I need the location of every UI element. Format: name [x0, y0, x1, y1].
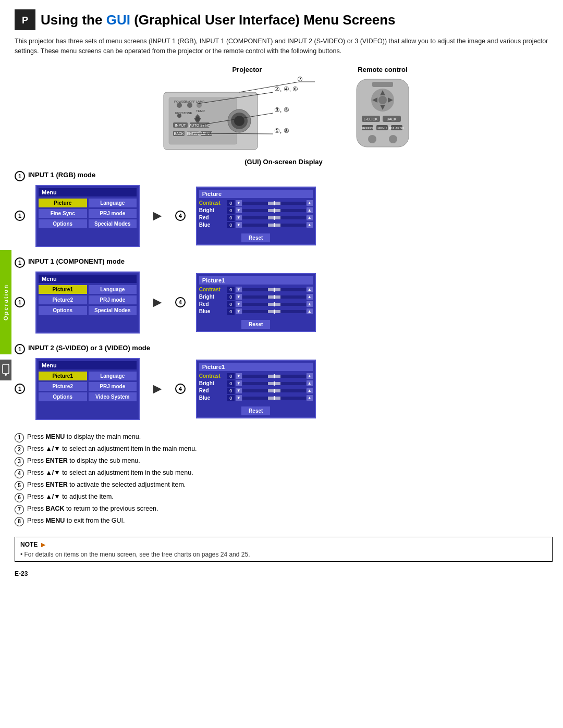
gui-display-label: (GUI) On-screen Display [15, 158, 553, 166]
note-arrow-icon: ► [40, 540, 47, 549]
mode-sv-screens: 1 Menu Picture1 Language Picture2 PRJ mo… [15, 358, 553, 420]
projector-section: Projector POWER ON/OFF LAMP TEMP. KEYSTO… [153, 66, 341, 155]
arrow-sv: ► [150, 380, 165, 397]
instr-text-3: Press ENTER to display the sub menu. [27, 456, 553, 466]
svg-text:ON/OFF: ON/OFF [183, 100, 195, 103]
picture-row-rgb-0: Contrast 0 ▼ ▲ [199, 200, 313, 206]
menu-item-sv-0: Picture1 [39, 372, 87, 380]
row-val-sv-1: 0 [227, 380, 235, 387]
menu-item-sv-2: Picture2 [39, 382, 87, 391]
row-val-rgb-1: 0 [227, 207, 235, 214]
hardware-diagram: Projector POWER ON/OFF LAMP TEMP. KEYSTO… [15, 66, 553, 155]
projector-label: Projector [232, 66, 262, 73]
row-ctrl-rgb-3: ▼ ▲ [236, 222, 313, 228]
picture-header-sv: Picture1 [199, 363, 313, 371]
menu-item-comp-2: Picture2 [39, 295, 87, 304]
picture-row-sv-3: Blue 0 ▼ ▲ [199, 395, 313, 401]
picture-row-sv-1: Bright 0 ▼ ▲ [199, 380, 313, 387]
mode-comp-left-num: 1 [15, 297, 25, 307]
instr-num-8: 8 [15, 517, 24, 526]
svg-text:ENLARGE: ENLARGE [389, 127, 405, 130]
picture-header-rgb: Picture [199, 190, 313, 198]
instr-text-7: Press BACK to return to the previous scr… [27, 504, 553, 514]
reset-btn-comp[interactable]: Reset [241, 320, 270, 329]
svg-text:INPUT: INPUT [175, 124, 187, 127]
row-val-comp-1: 0 [227, 294, 235, 300]
menu-header-comp: Menu [39, 275, 137, 283]
page-number: E-23 [15, 570, 553, 577]
side-tab-label: Operation [3, 284, 9, 320]
picture-row-rgb-2: Red 0 ▼ ▲ [199, 215, 313, 221]
menu-item-rgb-4: Options [39, 219, 87, 228]
ctrl-down-rgb-0[interactable]: ▼ [236, 200, 242, 206]
svg-text:L-CLICK: L-CLICK [364, 117, 378, 121]
row-label-comp-3: Blue [199, 309, 226, 314]
svg-point-19 [195, 117, 200, 121]
picture-screen-sv: Picture1 Contrast 0 ▼ ▲ Bright 0 [196, 360, 316, 418]
ctrl-down-rgb-3[interactable]: ▼ [236, 222, 242, 228]
row-val-rgb-0: 0 [227, 200, 235, 206]
picture-row-comp-3: Blue 0 ▼ ▲ [199, 309, 313, 315]
row-label-comp-2: Red [199, 301, 226, 307]
ctrl-up-rgb-3[interactable]: ▲ [307, 222, 313, 228]
mode-sv-left-num: 1 [15, 384, 25, 394]
title-row: P Using the GUI (Graphical User Interfac… [15, 9, 553, 30]
instr-num-1: 1 [15, 433, 24, 442]
ctrl-up-rgb-0[interactable]: ▲ [307, 200, 313, 206]
instr-num-6: 6 [15, 493, 24, 502]
row-label-comp-0: Contrast [199, 287, 226, 292]
row-ctrl-comp-3: ▼ ▲ [236, 309, 313, 314]
svg-text:②, ④, ⑥: ②, ④, ⑥ [274, 85, 298, 93]
arrow-rgb: ► [150, 207, 165, 224]
instr-text-6: Press ▲/▼ to adjust the item. [27, 492, 553, 502]
instr-2: 2 Press ▲/▼ to select an adjustment item… [15, 445, 553, 454]
side-operation-tab: Operation [0, 250, 11, 354]
svg-text:FREEZE: FREEZE [361, 127, 374, 130]
projector-svg: POWER ON/OFF LAMP TEMP. KEYSTONE INPUT A… [153, 77, 341, 155]
mode-comp-right-num: 4 [175, 297, 186, 307]
svg-text:BACK: BACK [386, 117, 396, 121]
svg-text:P: P [22, 15, 28, 26]
menu-item-sv-1: Language [89, 372, 137, 380]
svg-rect-43 [372, 82, 393, 87]
instr-text-8: Press MENU to exit from the GUI. [27, 516, 553, 526]
row-ctrl-sv-3: ▼ ▲ [236, 395, 313, 401]
instr-num-2: 2 [15, 445, 24, 454]
svg-point-1 [5, 374, 7, 376]
row-ctrl-sv-0: ▼ ▲ [236, 373, 313, 379]
row-ctrl-comp-0: ▼ ▲ [236, 287, 313, 292]
row-label-sv-0: Contrast [199, 373, 226, 379]
ctrl-bar-rgb-0 [242, 202, 306, 205]
ctrl-up-rgb-1[interactable]: ▲ [307, 207, 313, 213]
note-header: NOTE ► [20, 540, 547, 549]
picture-row-comp-2: Red 0 ▼ ▲ [199, 301, 313, 307]
ctrl-down-rgb-2[interactable]: ▼ [236, 215, 242, 220]
row-ctrl-rgb-0: ▼ ▲ [236, 200, 313, 206]
row-val-sv-2: 0 [227, 388, 235, 394]
row-label-rgb-3: Blue [199, 222, 226, 228]
reset-btn-rgb[interactable]: Reset [241, 233, 270, 242]
svg-point-60 [368, 135, 376, 143]
svg-text:MENU: MENU [377, 127, 387, 130]
menu-item-sv-3: PRJ mode [89, 382, 137, 391]
row-label-sv-3: Blue [199, 395, 226, 401]
row-label-sv-1: Bright [199, 380, 226, 386]
menu-item-comp-4: Options [39, 306, 87, 315]
picture-screen-comp: Picture1 Contrast 0 ▼ ▲ Bright 0 [196, 273, 316, 332]
ctrl-down-rgb-1[interactable]: ▼ [236, 207, 242, 213]
row-ctrl-comp-1: ▼ ▲ [236, 294, 313, 300]
menu-item-rgb-2: Fine Sync [39, 209, 87, 218]
svg-text:KEYSTONE: KEYSTONE [175, 112, 192, 115]
svg-text:③, ⑤: ③, ⑤ [274, 106, 289, 114]
row-val-comp-2: 0 [227, 301, 235, 307]
mode-sv-right-num: 4 [175, 384, 186, 394]
row-val-comp-3: 0 [227, 309, 235, 315]
ctrl-up-rgb-2[interactable]: ▲ [307, 215, 313, 220]
instr-num-5: 5 [15, 481, 24, 490]
row-ctrl-comp-2: ▼ ▲ [236, 301, 313, 307]
instr-5: 5 Press ENTER to activate the selected a… [15, 480, 553, 490]
reset-btn-sv[interactable]: Reset [241, 406, 270, 415]
svg-point-6 [177, 103, 182, 108]
ctrl-bar-rgb-3 [242, 224, 306, 227]
remote-svg: L-CLICK BACK FREEZE MENU ENLARGE [351, 77, 414, 150]
